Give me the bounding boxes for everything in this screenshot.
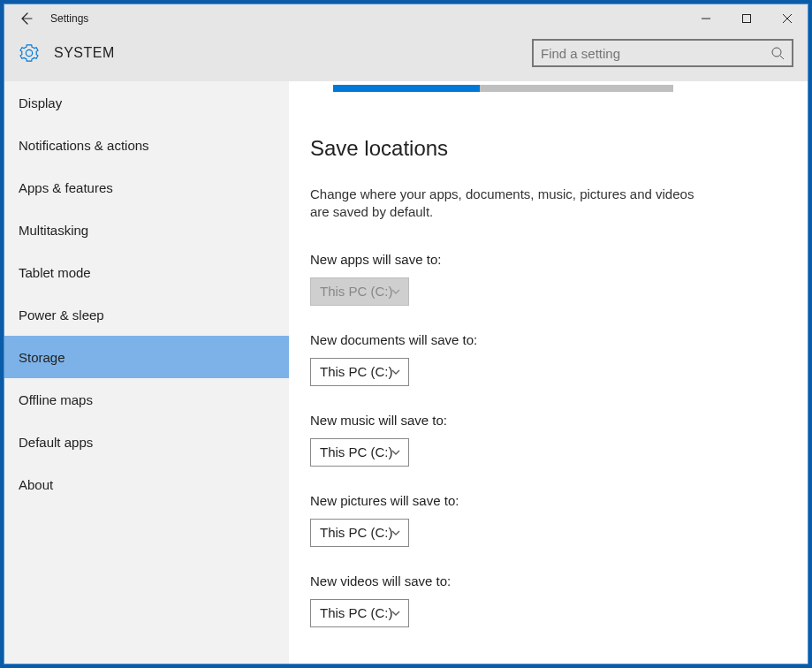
arrow-left-icon bbox=[19, 11, 33, 26]
sidebar-item-offline-maps[interactable]: Offline maps bbox=[4, 378, 289, 421]
sidebar-item-label: Power & sleep bbox=[19, 307, 104, 323]
body: DisplayNotifications & actionsApps & fea… bbox=[4, 81, 808, 664]
close-button[interactable] bbox=[767, 4, 808, 32]
section-title: SYSTEM bbox=[54, 45, 115, 61]
minimize-icon bbox=[702, 14, 710, 23]
maximize-button[interactable] bbox=[726, 4, 767, 32]
sidebar-item-label: Notifications & actions bbox=[19, 138, 149, 153]
select-value: This PC (C:) bbox=[320, 605, 393, 620]
select-value: This PC (C:) bbox=[320, 364, 393, 379]
chevron-down-icon bbox=[391, 608, 401, 619]
field-block: New pictures will save to:This PC (C:) bbox=[310, 493, 786, 547]
field-label: New music will save to: bbox=[310, 413, 786, 428]
title-bar: Settings bbox=[4, 4, 808, 32]
page-heading: Save locations bbox=[310, 136, 786, 161]
svg-point-4 bbox=[772, 48, 781, 57]
sidebar-item-label: Storage bbox=[19, 350, 65, 365]
select-value: This PC (C:) bbox=[320, 525, 393, 540]
sidebar-item-power-sleep[interactable]: Power & sleep bbox=[4, 293, 289, 336]
select-value: This PC (C:) bbox=[320, 284, 393, 299]
gear-icon bbox=[19, 42, 40, 64]
sidebar-item-label: Tablet mode bbox=[19, 265, 91, 280]
sidebar-item-apps-features[interactable]: Apps & features bbox=[4, 166, 289, 209]
sidebar-item-label: Display bbox=[19, 95, 62, 110]
sidebar: DisplayNotifications & actionsApps & fea… bbox=[4, 81, 289, 664]
search-input[interactable] bbox=[541, 46, 770, 61]
sidebar-item-tablet-mode[interactable]: Tablet mode bbox=[4, 251, 289, 293]
sidebar-item-label: Default apps bbox=[19, 435, 93, 450]
sidebar-item-multitasking[interactable]: Multitasking bbox=[4, 209, 289, 251]
search-icon bbox=[770, 46, 785, 60]
field-block: New documents will save to:This PC (C:) bbox=[310, 332, 786, 386]
header: SYSTEM bbox=[4, 32, 808, 81]
chevron-down-icon bbox=[391, 528, 401, 538]
back-button[interactable] bbox=[4, 4, 47, 32]
sidebar-item-label: About bbox=[19, 477, 53, 492]
chevron-down-icon bbox=[391, 447, 401, 458]
field-block: New apps will save to:This PC (C:) bbox=[310, 252, 786, 306]
field-block: New videos will save to:This PC (C:) bbox=[310, 573, 786, 627]
content: Save locations Change where your apps, d… bbox=[289, 81, 808, 664]
sidebar-item-default-apps[interactable]: Default apps bbox=[4, 421, 289, 463]
field-label: New apps will save to: bbox=[310, 252, 786, 267]
progress-fill bbox=[333, 85, 480, 92]
maximize-icon bbox=[742, 14, 751, 23]
progress-bar bbox=[310, 81, 786, 92]
chevron-down-icon bbox=[391, 367, 401, 377]
window-controls bbox=[686, 4, 808, 32]
sidebar-item-notifications-actions[interactable]: Notifications & actions bbox=[4, 124, 289, 166]
field-label: New documents will save to: bbox=[310, 332, 786, 347]
search-box[interactable] bbox=[532, 39, 793, 67]
svg-rect-1 bbox=[743, 14, 751, 22]
sidebar-item-storage[interactable]: Storage bbox=[4, 336, 289, 378]
page-description: Change where your apps, documents, music… bbox=[310, 186, 717, 222]
sidebar-item-label: Apps & features bbox=[19, 180, 113, 195]
sidebar-item-label: Multitasking bbox=[19, 223, 88, 238]
sidebar-item-about[interactable]: About bbox=[4, 463, 289, 505]
save-location-select: This PC (C:) bbox=[310, 277, 409, 306]
field-label: New pictures will save to: bbox=[310, 493, 786, 508]
save-location-select[interactable]: This PC (C:) bbox=[310, 358, 409, 386]
save-location-select[interactable]: This PC (C:) bbox=[310, 438, 409, 467]
progress-track bbox=[333, 85, 673, 92]
select-value: This PC (C:) bbox=[320, 444, 393, 459]
sidebar-item-label: Offline maps bbox=[19, 392, 93, 407]
settings-window: Settings SYSTEM DisplayNotifications & a… bbox=[4, 4, 808, 664]
field-label: New videos will save to: bbox=[310, 573, 786, 588]
sidebar-item-display[interactable]: Display bbox=[4, 81, 289, 124]
close-icon bbox=[783, 14, 792, 23]
fields-container: New apps will save to:This PC (C:)New do… bbox=[310, 252, 786, 627]
chevron-down-icon bbox=[391, 286, 401, 297]
window-title: Settings bbox=[50, 12, 88, 25]
minimize-button[interactable] bbox=[686, 4, 726, 32]
field-block: New music will save to:This PC (C:) bbox=[310, 413, 786, 467]
save-location-select[interactable]: This PC (C:) bbox=[310, 519, 409, 547]
save-location-select[interactable]: This PC (C:) bbox=[310, 599, 409, 627]
svg-line-5 bbox=[780, 56, 784, 59]
